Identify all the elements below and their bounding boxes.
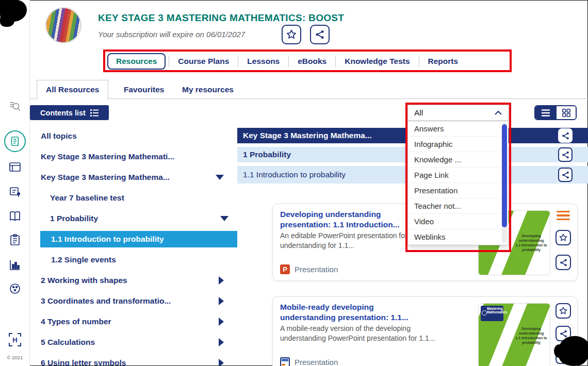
hamburger-icon xyxy=(557,211,570,213)
redaction-blob-top-left xyxy=(0,13,14,27)
grid-view-button[interactable] xyxy=(556,106,576,119)
star-icon xyxy=(559,306,568,315)
tab-favourites[interactable]: Favourites xyxy=(124,80,164,99)
favourite-resource-button[interactable] xyxy=(556,303,571,319)
tab-reports[interactable]: Reports xyxy=(419,57,467,66)
filter-dropdown-selected[interactable]: All xyxy=(408,105,508,121)
clipboard-icon xyxy=(9,234,21,246)
reports-nav-icon[interactable] xyxy=(9,259,21,271)
dropdown-option-knowledge[interactable]: Knowledge ... xyxy=(408,152,508,168)
tree-item-label: 1.2 Single events xyxy=(51,255,116,264)
share-icon xyxy=(562,171,569,179)
tab-ebooks[interactable]: eBooks xyxy=(289,57,335,66)
powerpoint-icon: P xyxy=(280,264,290,274)
star-icon xyxy=(286,29,297,40)
dropdown-option-video[interactable]: Video xyxy=(408,214,508,229)
subscription-notice: Your subscription will expire on 06/01/2… xyxy=(98,30,245,39)
share-course-row-button[interactable] xyxy=(558,128,573,143)
tree-item-label: 4 Types of number xyxy=(41,317,111,326)
dropdown-option-presentation[interactable]: Presentation xyxy=(408,183,508,198)
tab-resources[interactable]: Resources xyxy=(107,53,166,70)
dropdown-option-page-link[interactable]: Page Link xyxy=(408,168,508,183)
resource-thumbnail[interactable]: Mastering Mathematics Developing underst… xyxy=(478,303,550,366)
share-icon xyxy=(562,132,569,140)
dropdown-option-teacher-notes[interactable]: Teacher not... xyxy=(408,198,508,214)
resources-nav-icon[interactable] xyxy=(4,130,26,152)
dropdown-option-answers[interactable]: Answers xyxy=(408,121,508,137)
resource-type: Presentation xyxy=(280,357,338,366)
collapse-arrow-icon[interactable] xyxy=(216,175,224,180)
share-section-button[interactable] xyxy=(558,168,573,182)
tab-lessons[interactable]: Lessons xyxy=(238,57,288,66)
contents-list-button[interactable]: Contents list xyxy=(30,105,109,120)
favourite-course-button[interactable] xyxy=(282,25,301,44)
share-course-header-button[interactable] xyxy=(310,25,330,44)
resource-title[interactable]: Developing understanding presentation: 1… xyxy=(280,209,420,230)
resources-icon xyxy=(9,136,21,147)
list-icon xyxy=(90,109,99,117)
content-row-label: 1.1 Introduction to probability xyxy=(243,170,346,179)
search-icon[interactable] xyxy=(9,100,21,112)
content-header-label: Key Stage 3 Mastering Mathema... xyxy=(243,131,372,140)
tree-item-label: 1 Probability xyxy=(50,214,98,223)
share-icon xyxy=(560,330,567,338)
list-view-button[interactable] xyxy=(535,106,556,119)
tab-course-plans[interactable]: Course Plans xyxy=(169,57,238,66)
tree-item-3-coordinates[interactable]: 3 Coordinates and transformatio... xyxy=(30,291,237,311)
tree-item-1-probability[interactable]: 1 Probability xyxy=(30,208,237,229)
expand-arrow-icon[interactable] xyxy=(219,297,224,305)
hodder-logo-glyph: H xyxy=(8,332,22,347)
mobile-presentation-icon xyxy=(280,357,290,366)
tab-my-resources[interactable]: My resources xyxy=(182,80,234,99)
share-topic-button[interactable] xyxy=(558,147,573,162)
filter-dropdown: All Answers Infographic Knowledge ... Pa… xyxy=(407,105,509,245)
resource-tabs: All Resources Favourites My resources xyxy=(30,80,588,99)
tree-item-label: All topics xyxy=(41,131,77,141)
share-icon xyxy=(560,259,567,267)
resource-type: P Presentation xyxy=(280,264,338,274)
tab-knowledge-tests[interactable]: Knowledge Tests xyxy=(336,57,418,66)
dropdown-option-weblinks[interactable]: Weblinks xyxy=(408,229,508,245)
games-nav-icon[interactable] xyxy=(9,282,21,295)
collapse-arrow-icon[interactable] xyxy=(220,216,228,221)
ebooks-nav-icon[interactable] xyxy=(9,210,21,222)
card-menu-button[interactable] xyxy=(557,210,570,221)
tree-item-1-1-introduction[interactable]: 1.1 Introduction to probability xyxy=(40,231,237,247)
course-avatar xyxy=(45,7,81,43)
list-view-icon xyxy=(541,109,551,117)
dropdown-scrollbar-thumb[interactable] xyxy=(502,124,507,227)
expand-arrow-icon[interactable] xyxy=(219,338,224,346)
copyright-text: © 2021 xyxy=(0,355,30,360)
tree-item-2-working-with-shapes[interactable]: 2 Working with shapes xyxy=(30,270,237,291)
redaction-blob-bottom-right xyxy=(554,344,564,358)
lesson-board-icon xyxy=(9,186,21,198)
resource-description: A mobile-ready version of the developing… xyxy=(280,324,446,343)
tree-item-4-types-of-number[interactable]: 4 Types of number xyxy=(30,311,237,332)
favourite-resource-button[interactable] xyxy=(556,230,571,245)
tree-item-6-letter-symbols[interactable]: 6 Using letter symbols xyxy=(30,353,237,366)
tree-item-label: Year 7 baseline test xyxy=(50,193,124,203)
share-icon xyxy=(562,151,569,159)
grid-view-icon xyxy=(562,108,571,118)
search-icon-glyph xyxy=(9,100,21,112)
course-plans-nav-icon[interactable] xyxy=(9,161,21,173)
tree-item-year7-baseline[interactable]: Year 7 baseline test xyxy=(30,188,237,208)
tree-item-1-2-single-events[interactable]: 1.2 Single events xyxy=(30,249,237,270)
tree-item-course-1[interactable]: Key Stage 3 Mastering Mathemati... xyxy=(30,146,237,167)
expand-arrow-icon[interactable] xyxy=(219,318,224,326)
share-resource-button[interactable] xyxy=(556,255,571,270)
dropdown-option-infographic[interactable]: Infographic xyxy=(408,137,508,152)
lessons-nav-icon[interactable] xyxy=(9,186,21,198)
tree-item-label: 3 Coordinates and transformatio... xyxy=(41,296,171,306)
tree-item-label: 5 Calculations xyxy=(41,338,95,347)
tab-all-resources[interactable]: All Resources xyxy=(37,80,108,99)
tree-item-course-2[interactable]: Key Stage 3 Mastering Mathema... xyxy=(30,167,237,188)
expand-arrow-icon[interactable] xyxy=(219,359,224,366)
collection-icon xyxy=(9,161,21,173)
expand-arrow-icon[interactable] xyxy=(219,276,224,285)
tree-item-5-calculations[interactable]: 5 Calculations xyxy=(30,332,237,353)
tests-nav-icon[interactable] xyxy=(9,234,21,246)
thumbnail-caption: Developing understanding 1.1 Introductio… xyxy=(514,326,548,345)
tree-item-all-topics[interactable]: All topics xyxy=(30,126,237,146)
resource-title[interactable]: Mobile-ready developing understanding pr… xyxy=(280,302,420,323)
